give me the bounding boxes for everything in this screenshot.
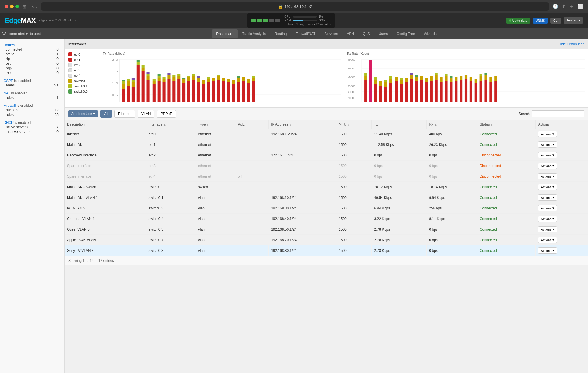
- tab-wizards[interactable]: Wizards: [420, 29, 440, 38]
- svg-text:0.5: 0.5: [112, 94, 118, 96]
- uptodate-button[interactable]: Up to date: [506, 18, 530, 24]
- cell-poe: [235, 224, 269, 235]
- minimize-button[interactable]: [10, 5, 14, 8]
- sidebar-toggle-icon[interactable]: ⊞: [22, 4, 26, 9]
- cli-button[interactable]: CLI: [550, 18, 561, 24]
- svg-rect-67: [212, 78, 215, 81]
- cell-actions: Actions ▾: [536, 171, 588, 182]
- actions-button[interactable]: Actions ▾: [538, 173, 557, 179]
- search-input[interactable]: [532, 110, 584, 117]
- tab-config-tree[interactable]: Config Tree: [392, 29, 419, 38]
- tab-users[interactable]: Users: [375, 29, 392, 38]
- to-text: to ubnt: [30, 32, 41, 36]
- cell-description: Internet: [65, 129, 146, 139]
- col-poe[interactable]: PoE ⇅: [235, 120, 269, 129]
- actions-button[interactable]: Actions ▾: [538, 131, 557, 137]
- hide-distribution-button[interactable]: Hide Distribution: [559, 42, 584, 46]
- cell-tx: 2.78 Kbps: [372, 245, 427, 256]
- main-layout: Routes connected 8 static 1 rip 0 ospf 0…: [0, 39, 588, 373]
- status-badge: Disconnected: [480, 174, 501, 179]
- toolbox-button[interactable]: Toolbox ▾: [564, 17, 583, 24]
- actions-button[interactable]: Actions ▾: [538, 163, 557, 169]
- sidebar-ospf-areas: areas n/a: [4, 83, 61, 88]
- col-status[interactable]: Status ⇅: [477, 120, 536, 129]
- svg-rect-152: [470, 77, 472, 81]
- svg-rect-128: [420, 80, 423, 102]
- col-type[interactable]: Type ⇅: [196, 120, 235, 129]
- nat-link[interactable]: NAT: [4, 91, 10, 95]
- routes-link[interactable]: Routes: [4, 43, 61, 47]
- share-icon[interactable]: ⬆: [562, 4, 566, 10]
- rx-chart-title: Rx Rate (Kbps): [347, 52, 585, 55]
- filter-pppoe-button[interactable]: PPPoE: [157, 110, 176, 118]
- actions-button[interactable]: Actions ▾: [538, 216, 557, 222]
- reload-icon[interactable]: ↺: [309, 4, 312, 9]
- tab-traffic-analysis[interactable]: Traffic Analysis: [238, 29, 270, 38]
- svg-rect-32: [153, 79, 156, 81]
- tab-firewall-nat[interactable]: Firewall/NAT: [291, 29, 320, 38]
- filter-vlan-button[interactable]: VLAN: [138, 110, 154, 118]
- actions-label: Actions: [541, 175, 551, 178]
- filter-all-button[interactable]: All: [100, 110, 112, 118]
- sidebar-dhcp-active: active servers 7: [4, 125, 61, 129]
- actions-button[interactable]: Actions ▾: [538, 205, 557, 211]
- col-mtu[interactable]: MTU ⇅: [336, 120, 372, 129]
- cell-rx: 0 bps: [427, 161, 477, 171]
- new-tab-icon[interactable]: ＋: [569, 4, 574, 10]
- col-ip[interactable]: IP Address ⇅: [269, 120, 336, 129]
- col-rx[interactable]: Rx ▲: [427, 120, 477, 129]
- sidebar-firewall-rules: rules 25: [4, 112, 61, 117]
- actions-button[interactable]: Actions ▾: [538, 141, 557, 148]
- interfaces-chevron-icon[interactable]: ▾: [87, 43, 89, 46]
- back-icon[interactable]: ‹: [32, 4, 34, 9]
- cell-status: Disconnected: [477, 150, 536, 161]
- forward-icon[interactable]: ›: [36, 4, 37, 9]
- svg-rect-116: [395, 77, 398, 81]
- svg-rect-133: [430, 76, 433, 81]
- actions-button[interactable]: Actions ▾: [538, 237, 557, 243]
- unms-button[interactable]: UNMS: [533, 18, 548, 24]
- history-icon[interactable]: 🕐: [552, 4, 558, 10]
- actions-label: Actions: [541, 185, 551, 189]
- cell-interface: eth3: [146, 161, 196, 171]
- cell-tx: 11.40 Kbps: [372, 129, 427, 139]
- tab-vpn[interactable]: VPN: [343, 29, 358, 38]
- svg-rect-60: [197, 76, 200, 78]
- svg-rect-163: [494, 81, 497, 102]
- actions-button[interactable]: Actions ▾: [538, 226, 557, 232]
- tab-qos[interactable]: QoS: [359, 29, 374, 38]
- tab-services[interactable]: Services: [320, 29, 342, 38]
- maximize-button[interactable]: [15, 5, 19, 8]
- filter-ethernet-button[interactable]: Ethernet: [114, 110, 135, 118]
- svg-rect-118: [400, 80, 403, 84]
- cell-actions: Actions ▾: [536, 182, 588, 192]
- tab-dashboard[interactable]: Dashboard: [212, 29, 238, 38]
- add-interface-button[interactable]: Add Interface ▾: [68, 110, 98, 117]
- actions-button[interactable]: Actions ▾: [538, 184, 557, 190]
- actions-button[interactable]: Actions ▾: [538, 194, 557, 201]
- ospf-link[interactable]: OSPF: [4, 79, 13, 83]
- svg-rect-132: [430, 81, 433, 102]
- status-badge: Disconnected: [480, 164, 501, 168]
- col-description[interactable]: Description ⇅: [65, 120, 146, 129]
- svg-rect-68: [217, 80, 220, 102]
- firewall-link[interactable]: Firewall: [4, 104, 16, 108]
- cell-tx: 2.78 Kbps: [372, 235, 427, 245]
- cell-tx: 70.12 Kbps: [372, 182, 427, 192]
- col-interface[interactable]: Interface ▲: [146, 120, 196, 129]
- svg-rect-20: [137, 65, 140, 102]
- toolbox-label: Toolbox: [567, 19, 578, 22]
- tab-routing[interactable]: Routing: [270, 29, 291, 38]
- svg-rect-37: [163, 82, 166, 102]
- svg-rect-147: [460, 80, 462, 102]
- dhcp-link[interactable]: DHCP: [4, 121, 14, 125]
- close-button[interactable]: [5, 5, 8, 8]
- tab-overview-icon[interactable]: ⬜: [577, 4, 583, 10]
- address-bar[interactable]: 🔒 192.168.10.1 ↺: [41, 2, 549, 11]
- svg-rect-155: [480, 81, 482, 102]
- legend-label-switch01: switch0.1: [74, 84, 88, 88]
- svg-rect-80: [242, 81, 245, 102]
- svg-rect-142: [450, 82, 452, 102]
- actions-button[interactable]: Actions ▾: [538, 247, 557, 254]
- actions-button[interactable]: Actions ▾: [538, 152, 557, 158]
